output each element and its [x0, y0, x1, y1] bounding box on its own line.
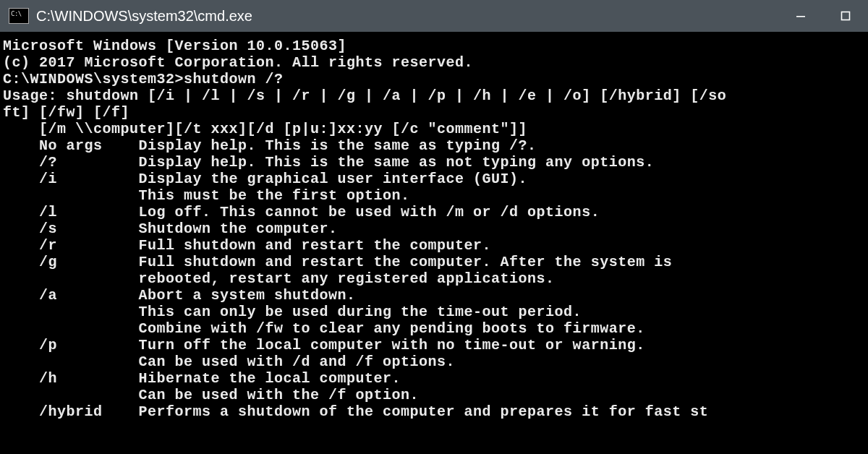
terminal-line: /r Full shutdown and restart the compute… — [3, 237, 868, 254]
terminal-line: /h Hibernate the local computer. — [3, 370, 868, 387]
terminal-line: /s Shutdown the computer. — [3, 220, 868, 237]
terminal-line: No args Display help. This is the same a… — [3, 137, 868, 154]
terminal-line: /i Display the graphical user interface … — [3, 171, 868, 187]
svg-rect-0 — [796, 16, 805, 17]
terminal-line: This must be the first option. — [3, 187, 868, 204]
terminal-line: /g Full shutdown and restart the compute… — [3, 254, 868, 270]
window-title: C:\WINDOWS\system32\cmd.exe — [36, 8, 778, 25]
terminal-line: /a Abort a system shutdown. — [3, 287, 868, 304]
terminal-line: Usage: shutdown [/i | /l | /s | /r | /g … — [3, 87, 868, 104]
terminal-line: Microsoft Windows [Version 10.0.15063] — [3, 38, 868, 54]
minimize-button[interactable] — [778, 0, 823, 32]
titlebar[interactable]: C:\WINDOWS\system32\cmd.exe — [0, 0, 868, 32]
terminal-line: This can only be used during the time-ou… — [3, 304, 868, 320]
terminal-line: Combine with /fw to clear any pending bo… — [3, 320, 868, 337]
maximize-icon — [841, 11, 851, 21]
terminal-line: Can be used with the /f option. — [3, 387, 868, 403]
terminal-line: /hybrid Performs a shutdown of the compu… — [3, 403, 868, 420]
terminal-line: /l Log off. This cannot be used with /m … — [3, 204, 868, 220]
cmd-window: C:\WINDOWS\system32\cmd.exe Microsoft Wi… — [0, 0, 868, 454]
terminal-line: Can be used with /d and /f options. — [3, 354, 868, 370]
terminal-line: C:\WINDOWS\system32>shutdown /? — [3, 71, 868, 87]
window-controls — [778, 0, 868, 32]
terminal-line: /? Display help. This is the same as not… — [3, 154, 868, 171]
terminal-line: /p Turn off the local computer with no t… — [3, 337, 868, 354]
terminal-output[interactable]: Microsoft Windows [Version 10.0.15063](c… — [0, 32, 868, 454]
terminal-line: [/m \\computer][/t xxx][/d [p|u:]xx:yy [… — [3, 121, 868, 137]
terminal-line: (c) 2017 Microsoft Corporation. All righ… — [3, 54, 868, 71]
cmd-icon[interactable] — [9, 8, 29, 24]
terminal-line: ft] [/fw] [/f] — [3, 104, 868, 121]
maximize-button[interactable] — [823, 0, 868, 32]
minimize-icon — [796, 11, 806, 21]
svg-rect-1 — [842, 12, 850, 20]
terminal-line: rebooted, restart any registered applica… — [3, 270, 868, 287]
